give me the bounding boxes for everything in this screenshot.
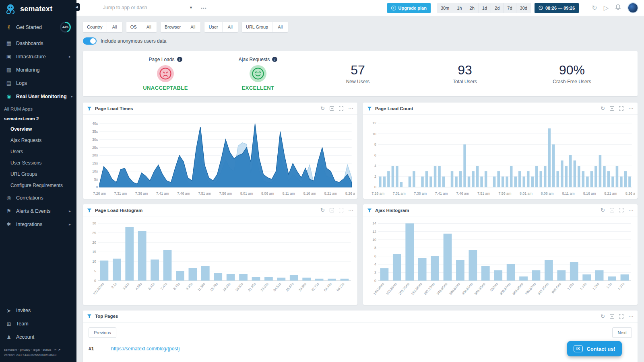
more-icon[interactable]: ⋯ xyxy=(628,106,634,111)
more-options-button[interactable]: ••• xyxy=(201,6,207,10)
refresh-icon[interactable]: ↻ xyxy=(601,314,605,319)
filter-country[interactable]: CountryAll xyxy=(83,22,122,32)
sidebar-item-get-started[interactable]: ✌ Get Started 44% xyxy=(0,18,76,37)
sidebar-item-infrastructure[interactable]: ▣Infrastructure▸ xyxy=(0,50,76,63)
upgrade-plan-button[interactable]: + Upgrade plan xyxy=(387,3,431,13)
page-load-count-chart[interactable]: 1210864207:26 am7:31 am7:36 am7:41 am7:4… xyxy=(365,116,635,198)
time-range-1d[interactable]: 1d xyxy=(479,3,491,13)
sidebar-subitem-ajax-requests[interactable]: Ajax Requests xyxy=(0,135,76,146)
user-avatar[interactable] xyxy=(627,2,638,13)
filter-label: URL Group xyxy=(242,22,272,32)
time-range-1h[interactable]: 1h xyxy=(453,3,466,13)
more-icon[interactable]: ⋯ xyxy=(348,208,353,213)
sidebar-item-invites[interactable]: ➤Invites xyxy=(0,304,76,317)
refresh-icon[interactable]: ↻ xyxy=(601,106,605,111)
expand-icon[interactable] xyxy=(619,208,623,212)
svg-text:1.26s: 1.26s xyxy=(592,282,600,291)
panel-ajax-histogram: Ajax Histogram ↻⋯ 14121086420105.99ms153… xyxy=(363,204,638,305)
filter-icon[interactable] xyxy=(87,208,92,213)
contact-us-button[interactable]: ✉ Contact us! xyxy=(567,341,622,356)
filter-icon[interactable] xyxy=(367,208,372,213)
sidebar-subitem-user-sessions[interactable]: User Sessions xyxy=(0,157,76,169)
filter-os[interactable]: OSAll xyxy=(126,22,157,32)
refresh-icon[interactable]: ↻ xyxy=(320,208,325,213)
expand-icon[interactable] xyxy=(619,314,623,319)
time-range-30d[interactable]: 30d xyxy=(516,3,531,13)
previous-button[interactable]: Previous xyxy=(89,327,116,338)
sidebar-item-app-name[interactable]: sematext.com 2 xyxy=(0,114,76,123)
sidebar-item-real-user-monitoring[interactable]: ◉Real User Monitoring▾ xyxy=(0,90,76,103)
time-range-7d[interactable]: 7d xyxy=(504,3,516,13)
collapse-icon[interactable] xyxy=(330,106,334,111)
anonymous-users-toggle[interactable] xyxy=(83,37,97,45)
next-button[interactable]: Next xyxy=(612,327,632,338)
filter-icon[interactable] xyxy=(87,106,92,111)
sidebar-collapse-button[interactable]: ◀ xyxy=(74,3,80,11)
email-icon[interactable]: ✉ xyxy=(54,348,57,352)
sidebar-item-team[interactable]: ⊞Team xyxy=(0,317,76,331)
expand-icon[interactable] xyxy=(619,106,623,111)
more-icon[interactable]: ⋯ xyxy=(348,106,353,111)
filter-user[interactable]: UserAll xyxy=(204,22,237,32)
more-icon[interactable]: ⋯ xyxy=(628,314,634,319)
twitter-icon[interactable]: ➤ xyxy=(58,348,61,352)
filter-icon[interactable] xyxy=(367,106,372,111)
page-loads-status: UNACCEPTABLE xyxy=(143,85,188,91)
svg-text:847.25ms: 847.25ms xyxy=(537,282,549,296)
time-range-30m[interactable]: 30m xyxy=(437,3,453,13)
sidebar-item-correlations[interactable]: ◎Correlations xyxy=(0,191,76,204)
time-range-2h[interactable]: 2h xyxy=(466,3,479,13)
sidebar-item-integrations[interactable]: ✱Integrations▸ xyxy=(0,218,76,231)
stat-value: 93 xyxy=(411,63,518,78)
page-load-histogram-chart[interactable]: 302520151050722.82ms2.1s3.61s4.98s6.11s7… xyxy=(85,218,355,304)
filter-label: Country xyxy=(83,22,107,32)
collapse-icon[interactable] xyxy=(610,208,614,212)
sidebar-item-monitoring[interactable]: ▧Monitoring xyxy=(0,63,76,76)
svg-text:8:26 am: 8:26 am xyxy=(625,191,635,195)
time-range-2d[interactable]: 2d xyxy=(491,3,504,13)
info-icon[interactable] xyxy=(177,57,182,62)
sidebar-subitem-users[interactable]: Users xyxy=(0,146,76,157)
footer-link-sematext[interactable]: sematext xyxy=(4,348,17,352)
collapse-icon[interactable] xyxy=(610,106,614,111)
sidebar-subitem-configure-requirements[interactable]: Configure Requirements xyxy=(0,180,76,191)
svg-text:29.86s: 29.86s xyxy=(298,282,308,292)
footer-link-status[interactable]: status xyxy=(43,348,51,352)
ajax-histogram-chart[interactable]: 14121086420105.99ms153.86ms203.76ms252.8… xyxy=(365,218,635,304)
bell-icon[interactable] xyxy=(615,4,621,12)
expand-icon[interactable] xyxy=(339,106,343,111)
jump-to-app-select[interactable]: Jump to app or dash ▼ xyxy=(101,2,195,13)
sidebar-item-all-rum-apps[interactable]: All RUM Apps xyxy=(0,103,76,114)
filter-icon[interactable] xyxy=(87,314,92,319)
refresh-icon[interactable]: ↻ xyxy=(320,106,325,111)
logo[interactable]: sematext xyxy=(0,0,76,18)
more-icon[interactable]: ⋯ xyxy=(628,208,634,213)
time-range-display[interactable]: 08:26 — 09:26 xyxy=(535,3,579,13)
play-icon[interactable]: ▷ xyxy=(604,5,609,11)
page-load-times-chart[interactable]: 40s35s30s25s20s15s10s5s07:26 am7:31 am7:… xyxy=(85,116,355,198)
page-url-link[interactable]: https://sematext.com/blog/{post} xyxy=(111,346,180,352)
svg-text:4: 4 xyxy=(374,164,376,168)
svg-text:13.79s: 13.79s xyxy=(209,282,219,292)
svg-text:15s: 15s xyxy=(92,161,98,165)
refresh-icon[interactable]: ↻ xyxy=(592,5,597,11)
collapse-icon[interactable] xyxy=(330,208,334,212)
sidebar-subitem-url-groups[interactable]: URL Groups xyxy=(0,169,76,180)
sidebar-item-account[interactable]: ♟Account xyxy=(0,331,76,344)
svg-text:2: 2 xyxy=(374,271,376,275)
sidebar-item-alerts-events[interactable]: ⚑Alerts & Events▸ xyxy=(0,204,76,218)
sidebar-subitem-overview[interactable]: Overview xyxy=(0,123,76,135)
panel-actions: ↻⋯ xyxy=(601,106,634,111)
sidebar-nav-secondary: ◎Correlations⚑Alerts & Events▸✱Integrati… xyxy=(0,191,76,231)
refresh-icon[interactable]: ↻ xyxy=(601,208,605,213)
footer-link-privacy[interactable]: privacy xyxy=(20,348,30,352)
sidebar-item-logs[interactable]: ▤Logs xyxy=(0,76,76,90)
filter-url-group[interactable]: URL GroupAll xyxy=(242,22,288,32)
filter-browser[interactable]: BrowserAll xyxy=(161,22,201,32)
happy-face-icon xyxy=(249,64,267,83)
info-icon[interactable] xyxy=(272,57,277,62)
expand-icon[interactable] xyxy=(339,208,343,212)
sidebar-item-dashboards[interactable]: ▦Dashboards xyxy=(0,37,76,50)
footer-link-legal[interactable]: legal xyxy=(33,348,40,352)
collapse-icon[interactable] xyxy=(610,314,614,319)
